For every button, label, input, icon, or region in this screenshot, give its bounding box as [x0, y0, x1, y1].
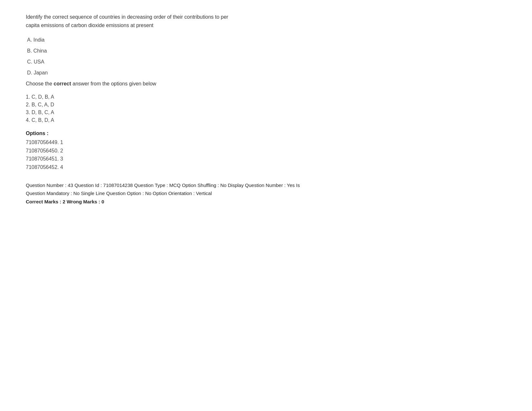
- answer-option-4: 4. C, B, D, A: [26, 116, 506, 124]
- option-id-1: 71087056449. 1: [26, 138, 506, 147]
- choose-bold: correct: [54, 81, 71, 86]
- options-label-text: Options :: [26, 131, 48, 136]
- answer-option-2: 2. B, C, A, D: [26, 101, 506, 109]
- answer-option-2-label: 2. B, C, A, D: [26, 102, 54, 107]
- meta-info: Question Number : 43 Question Id : 71087…: [26, 181, 380, 206]
- option-ids-container: 71087056449. 1 71087056450. 2 7108705645…: [26, 138, 506, 171]
- meta-line1: Question Number : 43 Question Id : 71087…: [26, 181, 380, 190]
- question-container: Identify the correct sequence of countri…: [26, 13, 506, 206]
- option-id-4-label: 71087056452. 4: [26, 164, 63, 170]
- option-b-label: B. China: [27, 48, 47, 54]
- question-text: Identify the correct sequence of countri…: [26, 13, 300, 29]
- answer-option-1: 1. C, D, B, A: [26, 93, 506, 101]
- meta-line3-text: Correct Marks : 2 Wrong Marks : 0: [26, 199, 104, 204]
- option-c-label: C. USA: [27, 59, 44, 64]
- choose-suffix: answer from the options given below: [71, 81, 156, 86]
- answer-option-4-label: 4. C, B, D, A: [26, 117, 54, 123]
- question-text-line1: Identify the correct sequence of countri…: [26, 14, 228, 20]
- answer-options: 1. C, D, B, A 2. B, C, A, D 3. D, B, C, …: [26, 93, 506, 124]
- meta-line1-text: Question Number : 43 Question Id : 71087…: [26, 182, 300, 188]
- option-d: D. Japan: [26, 70, 506, 76]
- choose-prefix: Choose the: [26, 81, 54, 86]
- question-text-line2: capita emissions of carbon dioxide emiss…: [26, 23, 153, 28]
- option-id-1-label: 71087056449. 1: [26, 140, 63, 145]
- option-b: B. China: [26, 48, 506, 54]
- option-c: C. USA: [26, 59, 506, 65]
- option-id-2-label: 71087056450. 2: [26, 148, 63, 153]
- answer-option-3-label: 3. D, B, C, A: [26, 110, 54, 115]
- choose-text: Choose the correct answer from the optio…: [26, 81, 506, 87]
- meta-line2-text: Question Mandatory : No Single Line Ques…: [26, 191, 212, 196]
- meta-line3: Correct Marks : 2 Wrong Marks : 0: [26, 198, 380, 206]
- answer-option-1-label: 1. C, D, B, A: [26, 94, 54, 100]
- option-id-2: 71087056450. 2: [26, 147, 506, 155]
- option-id-3-label: 71087056451. 3: [26, 156, 63, 161]
- option-d-label: D. Japan: [27, 70, 48, 75]
- option-id-3: 71087056451. 3: [26, 155, 506, 163]
- option-id-4: 71087056452. 4: [26, 163, 506, 171]
- option-a: A. India: [26, 37, 506, 43]
- options-label: Options :: [26, 131, 506, 136]
- option-a-label: A. India: [27, 37, 44, 43]
- meta-line2: Question Mandatory : No Single Line Ques…: [26, 189, 380, 198]
- answer-option-3: 3. D, B, C, A: [26, 109, 506, 116]
